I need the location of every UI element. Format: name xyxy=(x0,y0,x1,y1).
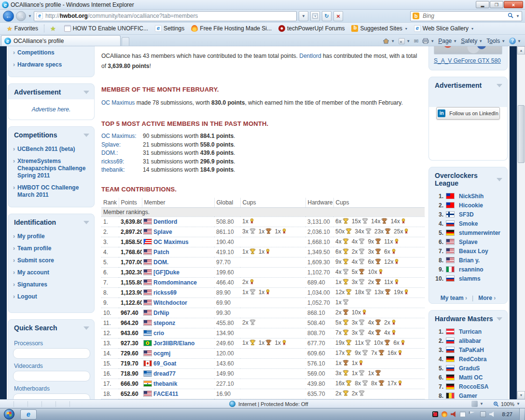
search-box[interactable]: b ▼ xyxy=(410,11,522,21)
league-row-link[interactable]: SF3D xyxy=(459,211,474,218)
scroll-down-arrow[interactable]: ▼ xyxy=(517,391,525,399)
league-row-link[interactable]: Smoke xyxy=(459,220,478,227)
league-row-link[interactable]: Brian y. xyxy=(459,257,480,264)
team-profile-link[interactable]: ›Competitions xyxy=(13,47,90,59)
vertical-scrollbar[interactable]: ▲ ▼ xyxy=(517,46,525,399)
collapse-icon[interactable] xyxy=(83,221,89,224)
zoom-button[interactable]: 100% ▼ xyxy=(490,401,523,407)
top5-member-link[interactable]: OC Maximus: xyxy=(101,132,143,140)
favorites-item[interactable]: Free File Hosting Made Si... xyxy=(189,24,274,33)
top5-member-link[interactable]: Splave: xyxy=(101,141,143,149)
masters-row-link[interactable]: Gamer xyxy=(459,393,477,399)
oc-maximus-link[interactable]: OC Maximus xyxy=(101,99,135,106)
audio-app-tray-icon[interactable] xyxy=(451,411,456,417)
stop-button[interactable]: × xyxy=(333,11,343,21)
quick-search-input-motherboards[interactable] xyxy=(13,393,90,399)
taskbar-ie-button[interactable]: e xyxy=(20,409,37,420)
collapse-icon[interactable] xyxy=(83,326,89,330)
favorites-item[interactable]: HOW TO Enable UNOFFIC... xyxy=(62,24,151,33)
league-row-link[interactable]: Hicookie xyxy=(459,202,483,209)
collapse-icon[interactable] xyxy=(497,84,502,87)
privacy-button[interactable]: ▼ xyxy=(469,400,486,407)
member-link[interactable]: Dentlord xyxy=(153,218,177,225)
member-link[interactable]: Romdominance xyxy=(153,279,197,286)
read-mail-button[interactable]: ✉ xyxy=(414,38,418,44)
more-link[interactable]: More › xyxy=(478,295,496,301)
feeds-button[interactable]: ▼ xyxy=(399,38,410,44)
member-link[interactable]: DrNip xyxy=(153,310,169,316)
member-link[interactable]: Patch xyxy=(153,249,169,256)
league-row-link[interactable]: rsannino xyxy=(459,266,484,273)
home-button[interactable]: ▼ xyxy=(383,38,395,44)
safety-menu[interactable]: Safety▼ xyxy=(461,38,483,44)
forward-button[interactable]: → xyxy=(16,11,26,21)
show-desktop-button[interactable] xyxy=(519,408,524,420)
favorites-button[interactable]: ★ Favorites xyxy=(4,24,41,33)
league-row-link[interactable]: NickShih xyxy=(459,193,484,200)
linkedin-follow-button[interactable]: in Follow us on LinkedIn xyxy=(436,107,500,120)
scroll-up-arrow[interactable]: ▲ xyxy=(517,46,525,54)
action-center-flag-icon[interactable] xyxy=(469,411,475,417)
tab-ocalliance-profile[interactable]: e OCAlliance's profile xyxy=(1,35,121,46)
refresh-button[interactable]: ↻ xyxy=(322,11,332,21)
url-dropdown-button[interactable]: ▼ xyxy=(299,11,308,21)
collapse-icon[interactable] xyxy=(497,178,502,181)
league-row-link[interactable]: stummerwinter xyxy=(459,230,500,236)
competition-link[interactable]: ›HWBOT OC Challenge March 2011 xyxy=(13,182,90,201)
my-team-link[interactable]: My team › xyxy=(441,295,467,301)
member-link[interactable]: dread77 xyxy=(153,370,176,377)
collapse-icon[interactable] xyxy=(497,317,502,321)
team-profile-link[interactable]: ›Hardware specs xyxy=(13,59,90,71)
restore-button[interactable]: ❐ xyxy=(490,1,503,8)
member-link[interactable]: Witchdoctor xyxy=(153,299,187,306)
advertise-here-link[interactable]: Advertise here. xyxy=(32,106,71,113)
masters-row-link[interactable]: Matti OC xyxy=(459,374,483,381)
favorites-item[interactable]: Suggested Sites▾ xyxy=(349,24,409,33)
page-menu[interactable]: PPageage▼ xyxy=(438,38,457,44)
ati-tray-icon[interactable] xyxy=(432,411,438,417)
league-row-link[interactable]: slamms xyxy=(459,275,481,282)
collapse-icon[interactable] xyxy=(83,91,89,94)
member-link[interactable]: DOM. xyxy=(153,259,168,266)
top5-member-link[interactable]: DOM.: xyxy=(101,149,143,157)
search-dropdown-icon[interactable]: ▼ xyxy=(516,14,520,18)
taskbar-clock[interactable]: 8:27 xyxy=(502,411,512,417)
favorites-item[interactable]: Web Slice Gallery▾ xyxy=(412,24,476,33)
league-row-link[interactable]: Beaux Loy xyxy=(459,248,488,255)
collapse-icon[interactable] xyxy=(83,134,89,137)
masters-row-link[interactable]: TaPaKaH xyxy=(459,347,484,353)
add-favorite-button[interactable]: ★ xyxy=(47,24,59,33)
search-input[interactable] xyxy=(422,12,505,20)
history-dropdown-icon[interactable]: ▼ xyxy=(28,14,32,18)
new-tab-button[interactable] xyxy=(122,37,129,46)
quick-search-input-processors[interactable] xyxy=(13,348,90,359)
member-link[interactable]: crio xyxy=(153,330,164,337)
member-link[interactable]: Jor3llBR/Elano xyxy=(153,340,194,347)
top5-member-link[interactable]: rickss69: xyxy=(101,158,143,166)
back-button[interactable]: ← xyxy=(3,11,14,22)
url-field[interactable]: e http://hwbot.org/community/team/ocalli… xyxy=(34,11,297,21)
masters-row-link[interactable]: RoccoESA xyxy=(459,383,488,390)
help-button[interactable]: ?▼ xyxy=(509,38,521,44)
identification-link[interactable]: ›Signatures xyxy=(13,279,90,291)
masters-row-link[interactable]: RedCobra xyxy=(459,356,486,363)
member-link[interactable]: Splave xyxy=(153,229,172,235)
identification-link[interactable]: ›My account xyxy=(13,267,90,279)
masters-row-link[interactable]: alibabar xyxy=(459,338,481,344)
member-link[interactable]: 69_Goat xyxy=(153,360,176,367)
hardware-photo[interactable] xyxy=(434,46,502,54)
top5-member-link[interactable]: thebanik: xyxy=(101,166,143,174)
masters-row-link[interactable]: GraduS xyxy=(459,365,480,372)
print-button[interactable]: ▼ xyxy=(422,38,434,44)
favorites-item[interactable]: Settings xyxy=(152,24,187,33)
member-link[interactable]: [GF]Duke xyxy=(153,269,180,276)
member-link[interactable]: ocgmj xyxy=(153,350,170,357)
member-link[interactable]: rickss69 xyxy=(153,289,177,296)
league-row-link[interactable]: Splave xyxy=(459,239,478,245)
quick-search-input-videocards[interactable] xyxy=(13,371,90,381)
tools-menu[interactable]: Tools▼ xyxy=(486,38,505,44)
member-link[interactable]: thebanik xyxy=(153,380,177,387)
document-tray-icon[interactable] xyxy=(460,411,466,417)
scrollbar-thumb[interactable] xyxy=(518,105,525,163)
identification-link[interactable]: ›Team profile xyxy=(13,243,90,255)
